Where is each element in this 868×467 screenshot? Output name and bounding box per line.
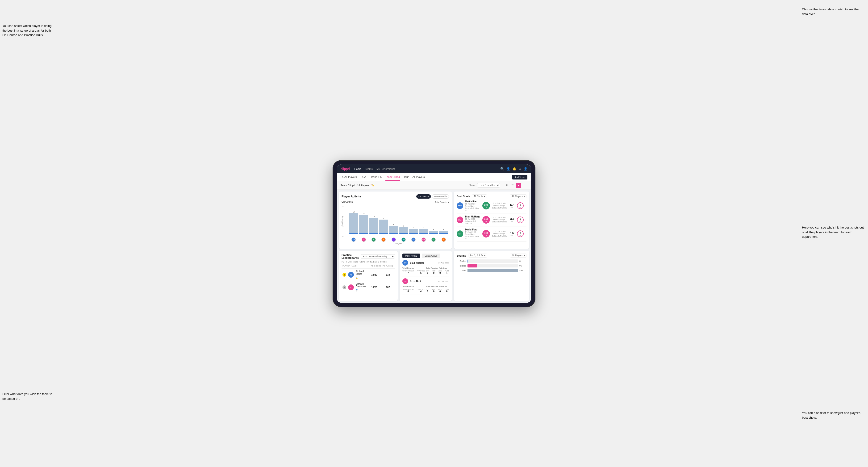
table-view-icon[interactable]: ☰ [510, 183, 515, 188]
nav-my-performance[interactable]: My Performance [376, 167, 396, 171]
shot-detail-text: Shot Dist: 43 yds Start Lie: Rough End L… [492, 216, 507, 223]
bar-highlight [369, 233, 378, 234]
leaderboard-avatar: EC [348, 284, 354, 290]
chart-controls: On Course Total Rounds ▾ [342, 200, 449, 204]
all-shots-filter[interactable]: All Shots ▾ [472, 194, 487, 198]
player-activity-title: Player Activity [342, 195, 361, 198]
practice-stat: Practice 6 [417, 270, 425, 274]
avatar-circle: RB [411, 238, 415, 242]
practice-drills-toggle[interactable]: Practice Drills [432, 194, 449, 198]
avatar-circle: MM [422, 238, 426, 242]
tab-pgat-players[interactable]: PGAT Players [341, 174, 357, 181]
shot-badge-num: 200 [484, 218, 488, 220]
scoring-all-players[interactable]: All Players ▾ [510, 253, 526, 257]
scoring-header: Scoring Par 3, 4 & 5s ▾ All Players ▾ [457, 253, 526, 257]
tablet-screen: clippd Home Teams My Performance 🔍 👤 🔔 ⊕… [337, 164, 531, 303]
team-header: Team Clippd | 14 Players ✏️ Show: Last 3… [337, 181, 531, 190]
scoring-row-value: 96 [519, 264, 526, 267]
edit-team-icon[interactable]: ✏️ [371, 184, 375, 187]
player-avatar[interactable]: EC [429, 238, 438, 242]
shot-chevron-icon[interactable]: › [526, 232, 526, 236]
bar [439, 231, 448, 234]
player-avatar[interactable]: DF [369, 238, 378, 242]
nav-teams[interactable]: Teams [365, 167, 373, 171]
shot-location: 24 Aug 2023 · Royal North Devon GC · Hol… [465, 231, 480, 239]
total-rounds-label: Total Rounds [402, 267, 425, 269]
all-players-filter[interactable]: All Players ▾ [510, 194, 526, 198]
annotation-bottom-left-text: Filter what data you wish the table to b… [2, 392, 52, 401]
player-avatar[interactable]: BB [359, 238, 368, 242]
shot-item[interactable]: MM Matt Miller 09 Jun 2023 · Royal North… [457, 198, 526, 214]
result-unit: yds [519, 235, 521, 236]
plus-circle-icon[interactable]: ⊕ [519, 167, 521, 170]
tournament-label: Tournament [402, 288, 414, 290]
chart-dropdown[interactable]: Total Rounds ▾ [435, 201, 449, 203]
shot-distance-value: 67 yds [510, 203, 514, 209]
shot-info: David Ford 24 Aug 2023 · Royal North Dev… [465, 228, 480, 239]
player-avatar[interactable]: LR [439, 238, 448, 242]
shot-badge: 200 sg [483, 202, 490, 210]
chart-section-title: On Course [342, 200, 353, 203]
bar-highlight [409, 233, 418, 234]
scoring-card: Scoring Par 3, 4 & 5s ▾ All Players ▾ Ea… [454, 251, 529, 301]
most-active-tab[interactable]: Most Active [402, 253, 420, 258]
arg-val: 0 [438, 272, 442, 274]
user-icon[interactable]: 👤 [506, 167, 510, 170]
add-team-button[interactable]: Add Team [512, 175, 527, 180]
player-avatar[interactable]: MM [419, 238, 428, 242]
shot-chevron-icon[interactable]: › [526, 204, 526, 207]
avatar-icon[interactable]: 👤 [524, 167, 527, 170]
tab-tour[interactable]: Tour [404, 174, 408, 181]
avatar-circle: EC [431, 238, 436, 242]
result-unit: yds [519, 206, 521, 208]
tab-all-players[interactable]: All Players [412, 174, 425, 181]
player-avatar[interactable]: EE [389, 238, 398, 242]
activity-player-name: Rees Britt [410, 280, 437, 283]
time-period-select[interactable]: Last 3 months Last month Last 6 months [477, 183, 500, 187]
result-num: 0 [520, 232, 521, 235]
tab-hcaps[interactable]: Hcaps 1-5 [370, 174, 382, 181]
bar [359, 215, 368, 234]
leaderboard-row: 1 RB Richard Butler 🥇 19/20 110 [342, 269, 395, 281]
least-active-tab[interactable]: Least Active [422, 253, 440, 258]
pb-score: 19/20 [368, 274, 380, 276]
bar-group: 2 [429, 228, 438, 234]
bar-group: 5 [389, 224, 398, 234]
search-icon[interactable]: 🔍 [500, 167, 504, 170]
tab-pga[interactable]: PGA [361, 174, 366, 181]
putt-val: 0 [445, 290, 449, 293]
best-shots-header: Best Shots All Shots ▾ All Players ▾ [457, 194, 526, 198]
player-avatar[interactable]: JC [379, 238, 388, 242]
tab-team-clippd[interactable]: Team Clippd [385, 174, 400, 181]
heart-view-icon[interactable]: ♥ [516, 183, 521, 188]
shot-result-box: 0 yds [517, 217, 524, 223]
scoring-par-filter[interactable]: Par 3, 4 & 5s ▾ [468, 253, 487, 257]
settings-view-icon[interactable]: ⋮ [522, 183, 527, 188]
app-label: APP [432, 288, 435, 290]
grid-view-icon[interactable]: ⊞ [504, 183, 509, 188]
shot-item[interactable]: BM Blair McHarg 23 Jul 2023 · Ashridge G… [457, 214, 526, 226]
pb-avg: 110 [382, 274, 394, 276]
shot-distance-box: Shot Dist: 67 yds Start Lie: Rough End L… [492, 202, 507, 209]
all-shots-label: All Shots [474, 195, 483, 198]
leaderboard-dropdown[interactable]: PUTT Must Make Putting ... [361, 254, 395, 258]
player-avatar[interactable]: BM [349, 238, 358, 242]
nav-home[interactable]: Home [354, 167, 361, 171]
activity-tabs: Most Active Least Active [402, 253, 449, 258]
on-course-toggle[interactable]: On Course [416, 194, 431, 198]
annotation-right-mid-text: Here you can see who's hit the best shot… [802, 226, 864, 239]
shot-badge-unit: sg [486, 206, 487, 208]
shot-player-name: David Ford [465, 228, 480, 231]
shot-info: Blair McHarg 23 Jul 2023 · Ashridge GC ·… [465, 215, 480, 224]
shot-chevron-icon[interactable]: › [526, 218, 526, 221]
shot-badge: 200 sg [483, 216, 490, 224]
shot-item[interactable]: DF David Ford 24 Aug 2023 · Royal North … [457, 226, 526, 242]
all-players-label: All Players [512, 195, 523, 198]
bell-icon[interactable]: 🔔 [513, 167, 516, 170]
scoring-bar [467, 269, 518, 272]
player-avatar[interactable]: RB [409, 238, 418, 242]
rounds-row: Tournament 8 Practice 4 [402, 288, 425, 293]
avatar-circle: EE [392, 238, 396, 242]
player-avatar[interactable]: OB [399, 238, 408, 242]
best-shots-tab[interactable]: Best Shots [457, 195, 470, 198]
